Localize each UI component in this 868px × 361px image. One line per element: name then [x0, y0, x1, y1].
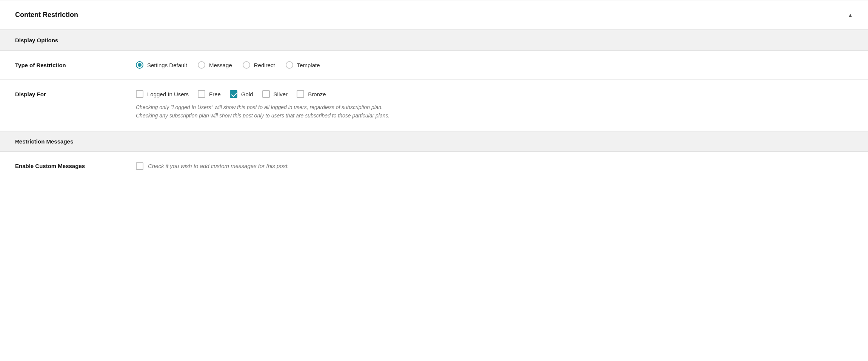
- checkbox-logged-in-users-label: Logged In Users: [147, 91, 189, 97]
- radio-template-label: Template: [297, 62, 320, 68]
- checkbox-silver-label: Silver: [274, 91, 288, 97]
- checkbox-gold-input[interactable]: [230, 90, 237, 98]
- display-options-title: Display Options: [15, 37, 58, 43]
- custom-messages-controls: Check if you wish to add custom messages…: [136, 162, 289, 170]
- display-for-label: Display For: [15, 90, 136, 97]
- display-options-section-header: Display Options: [0, 30, 868, 51]
- checkbox-free-input[interactable]: [198, 90, 205, 98]
- checkbox-logged-in-users-input[interactable]: [136, 90, 143, 98]
- radio-redirect-input[interactable]: [243, 61, 250, 69]
- content-restriction-header: Content Restriction ▲: [0, 0, 868, 30]
- checkbox-free-label: Free: [209, 91, 221, 97]
- display-for-row: Display For Logged In Users Free Gold: [0, 80, 868, 131]
- radio-redirect[interactable]: Redirect: [243, 61, 275, 69]
- checkbox-bronze-label: Bronze: [308, 91, 326, 97]
- collapse-arrow-icon[interactable]: ▲: [848, 12, 853, 18]
- radio-template[interactable]: Template: [286, 61, 320, 69]
- checkbox-bronze[interactable]: Bronze: [297, 90, 326, 98]
- checkbox-enable-custom-messages-input[interactable]: [136, 162, 143, 170]
- restriction-messages-title: Restriction Messages: [15, 138, 73, 145]
- checkbox-silver-input[interactable]: [262, 90, 270, 98]
- type-of-restriction-label: Type of Restriction: [15, 61, 136, 68]
- restriction-type-radio-group: Settings Default Message Redirect Templa…: [136, 61, 853, 69]
- hint-line-2: Checking any subscription plan will show…: [136, 111, 389, 120]
- custom-messages-hint: Check if you wish to add custom messages…: [148, 163, 289, 169]
- radio-message-label: Message: [209, 62, 232, 68]
- radio-message[interactable]: Message: [198, 61, 232, 69]
- display-for-checkbox-group: Logged In Users Free Gold Silver Bronze: [136, 90, 389, 98]
- radio-redirect-label: Redirect: [254, 62, 275, 68]
- radio-settings-default[interactable]: Settings Default: [136, 61, 187, 69]
- radio-settings-default-input[interactable]: [136, 61, 143, 69]
- radio-message-input[interactable]: [198, 61, 205, 69]
- content-restriction-title: Content Restriction: [15, 11, 78, 19]
- checkbox-gold[interactable]: Gold: [230, 90, 253, 98]
- checkbox-free[interactable]: Free: [198, 90, 221, 98]
- checkbox-gold-label: Gold: [241, 91, 253, 97]
- enable-custom-messages-label: Enable Custom Messages: [15, 163, 136, 169]
- radio-settings-default-label: Settings Default: [147, 62, 187, 68]
- radio-template-input[interactable]: [286, 61, 293, 69]
- type-of-restriction-row: Type of Restriction Settings Default Mes…: [0, 51, 868, 80]
- restriction-messages-section-header: Restriction Messages: [0, 131, 868, 152]
- hint-line-1: Checking only "Logged In Users" will sho…: [136, 103, 389, 111]
- type-of-restriction-controls: Settings Default Message Redirect Templa…: [136, 61, 853, 69]
- page-container: Content Restriction ▲ Display Options Ty…: [0, 0, 868, 361]
- checkbox-bronze-input[interactable]: [297, 90, 304, 98]
- display-for-controls: Logged In Users Free Gold Silver Bronze: [136, 90, 389, 120]
- checkbox-logged-in-users[interactable]: Logged In Users: [136, 90, 189, 98]
- display-for-hint: Checking only "Logged In Users" will sho…: [136, 103, 389, 120]
- enable-custom-messages-row: Enable Custom Messages Check if you wish…: [0, 152, 868, 180]
- checkbox-silver[interactable]: Silver: [262, 90, 288, 98]
- checkbox-enable-custom-messages[interactable]: [136, 162, 143, 170]
